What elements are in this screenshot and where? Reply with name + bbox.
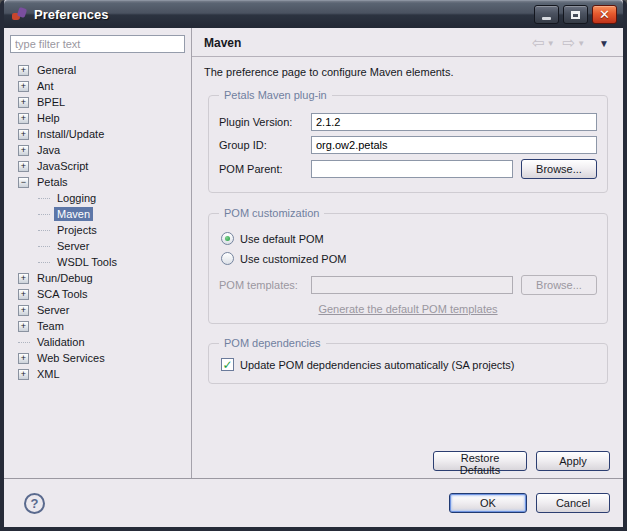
tree-item-help[interactable]: +Help <box>10 110 185 126</box>
expand-icon[interactable]: + <box>18 305 29 316</box>
tree-item-label[interactable]: Web Services <box>34 351 108 365</box>
tree-item-bpel[interactable]: +BPEL <box>10 94 185 110</box>
pom-templates-label: POM templates: <box>219 279 311 291</box>
view-menu-icon[interactable]: ▼ <box>599 38 609 49</box>
tree-item-team[interactable]: +Team <box>10 318 185 334</box>
tree-item-server[interactable]: Server <box>10 238 185 254</box>
expand-icon[interactable]: + <box>18 113 29 124</box>
preferences-app-icon <box>12 7 28 22</box>
tree-item-logging[interactable]: Logging <box>10 190 185 206</box>
expand-icon[interactable]: + <box>18 161 29 172</box>
expand-icon[interactable]: + <box>18 129 29 140</box>
filter-input[interactable] <box>10 35 185 53</box>
tree-item-run-debug[interactable]: +Run/Debug <box>10 270 185 286</box>
tree-item-sca-tools[interactable]: +SCA Tools <box>10 286 185 302</box>
close-icon: ✕ <box>599 8 610 21</box>
tree-item-label[interactable]: Ant <box>34 79 57 93</box>
expand-icon[interactable]: + <box>18 321 29 332</box>
expand-icon[interactable]: + <box>18 145 29 156</box>
tree-item-xml[interactable]: +XML <box>10 366 185 382</box>
tree-item-label[interactable]: Java <box>34 143 63 157</box>
navigation-panel: +General+Ant+BPEL+Help+Install/Update+Ja… <box>4 28 192 478</box>
back-icon[interactable]: ⇦ <box>532 36 545 50</box>
tree-item-label[interactable]: Server <box>54 239 92 253</box>
pom-parent-field[interactable] <box>311 160 513 178</box>
expand-icon[interactable]: + <box>18 273 29 284</box>
tree-item-label[interactable]: Install/Update <box>34 127 107 141</box>
tree-item-label[interactable]: Maven <box>54 207 93 221</box>
tree-item-web-services[interactable]: +Web Services <box>10 350 185 366</box>
tree-item-label[interactable]: Team <box>34 319 67 333</box>
back-dropdown-icon[interactable]: ▼ <box>547 39 555 48</box>
forward-dropdown-icon[interactable]: ▼ <box>577 39 585 48</box>
group-pom-customization: POM customization Use default POM Use cu… <box>208 213 608 324</box>
tree-connector <box>38 214 50 215</box>
collapse-icon[interactable]: − <box>18 177 29 188</box>
radio-unselected-icon[interactable] <box>221 252 234 265</box>
tree-item-label[interactable]: Server <box>34 303 72 317</box>
cancel-button[interactable]: Cancel <box>536 493 610 513</box>
maximize-icon <box>571 11 580 19</box>
tree-item-ant[interactable]: +Ant <box>10 78 185 94</box>
title-bar[interactable]: Preferences ✕ <box>4 0 623 28</box>
tree-item-java[interactable]: +Java <box>10 142 185 158</box>
tree-item-label[interactable]: Validation <box>34 335 88 349</box>
group-id-field[interactable] <box>311 136 597 154</box>
use-default-pom-radio[interactable]: Use default POM <box>221 232 597 245</box>
expand-icon[interactable]: + <box>18 353 29 364</box>
tree-item-javascript[interactable]: +JavaScript <box>10 158 185 174</box>
restore-defaults-button[interactable]: Restore Defaults <box>433 451 527 471</box>
apply-button[interactable]: Apply <box>536 451 610 471</box>
tree-connector <box>18 342 30 343</box>
tree-item-label[interactable]: Petals <box>34 175 71 189</box>
tree-item-general[interactable]: +General <box>10 62 185 78</box>
use-customized-pom-radio[interactable]: Use customized POM <box>221 252 597 265</box>
close-button[interactable]: ✕ <box>592 5 617 24</box>
group-title: POM dependencies <box>219 337 326 349</box>
tree-connector <box>38 246 50 247</box>
radio-selected-icon[interactable] <box>221 232 234 245</box>
tree-item-maven[interactable]: Maven <box>10 206 185 222</box>
tree-item-label[interactable]: Help <box>34 111 63 125</box>
tree-item-label[interactable]: BPEL <box>34 95 68 109</box>
tree-item-label[interactable]: Run/Debug <box>34 271 96 285</box>
preference-page: Maven ⇦▼ ⇨▼ ▼ The preference page to con… <box>192 28 623 478</box>
checkbox-checked-icon[interactable]: ✓ <box>221 358 234 371</box>
tree-connector <box>38 230 50 231</box>
tree-item-validation[interactable]: Validation <box>10 334 185 350</box>
plugin-version-field[interactable] <box>311 113 597 131</box>
tree-item-label[interactable]: Logging <box>54 191 99 205</box>
expand-icon[interactable]: + <box>18 289 29 300</box>
ok-button[interactable]: OK <box>449 493 527 513</box>
expand-icon[interactable]: + <box>18 65 29 76</box>
expand-icon[interactable]: + <box>18 369 29 380</box>
minimize-button[interactable] <box>534 5 559 24</box>
tree-item-server[interactable]: +Server <box>10 302 185 318</box>
update-pom-dependencies-checkbox[interactable]: ✓ Update POM depdendencies automatically… <box>221 358 597 371</box>
tree-connector <box>38 262 50 263</box>
forward-icon[interactable]: ⇨ <box>563 36 576 50</box>
tree-item-wsdl-tools[interactable]: WSDL Tools <box>10 254 185 270</box>
tree-item-install-update[interactable]: +Install/Update <box>10 126 185 142</box>
pom-parent-browse-button[interactable]: Browse... <box>521 159 597 179</box>
preferences-tree: +General+Ant+BPEL+Help+Install/Update+Ja… <box>10 62 185 382</box>
page-header: Maven ⇦▼ ⇨▼ ▼ <box>192 28 623 56</box>
tree-item-label[interactable]: Projects <box>54 223 100 237</box>
update-pom-dependencies-label: Update POM depdendencies automatically (… <box>240 359 515 371</box>
generate-pom-templates-link[interactable]: Generate the default POM templates <box>318 303 497 315</box>
tree-item-label[interactable]: WSDL Tools <box>54 255 120 269</box>
tree-item-label[interactable]: SCA Tools <box>34 287 91 301</box>
tree-item-label[interactable]: XML <box>34 367 63 381</box>
help-button[interactable]: ? <box>24 493 45 514</box>
tree-item-label[interactable]: JavaScript <box>34 159 91 173</box>
pom-templates-browse-button: Browse... <box>521 275 597 295</box>
page-description: The preference page to configure Maven e… <box>192 57 623 78</box>
tree-item-projects[interactable]: Projects <box>10 222 185 238</box>
tree-item-label[interactable]: General <box>34 63 79 77</box>
expand-icon[interactable]: + <box>18 97 29 108</box>
help-icon: ? <box>31 496 39 511</box>
dialog-body: +General+Ant+BPEL+Help+Install/Update+Ja… <box>4 28 623 478</box>
expand-icon[interactable]: + <box>18 81 29 92</box>
tree-item-petals[interactable]: −Petals <box>10 174 185 190</box>
maximize-button[interactable] <box>563 5 588 24</box>
